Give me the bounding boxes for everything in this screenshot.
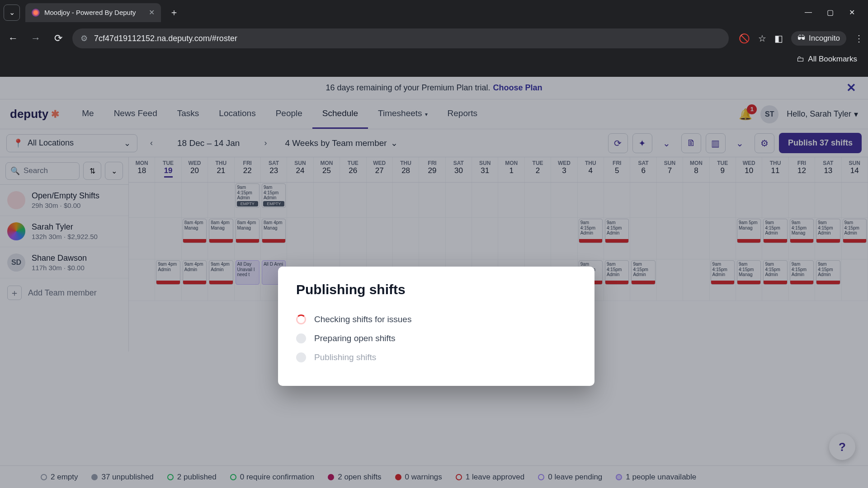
url-text: 7cf47d19112152.na.deputy.com/#roster [94, 34, 721, 43]
all-bookmarks-button[interactable]: 🗀 All Bookmarks [797, 55, 857, 64]
modal-step: Publishing shifts [296, 348, 576, 367]
circle-icon [296, 352, 306, 362]
address-bar-actions: 🚫 ☆ ◧ 🕶 Incognito ⋮ [739, 31, 863, 46]
app: 16 days remaining of your Premium Plan t… [0, 77, 868, 488]
incognito-indicator[interactable]: 🕶 Incognito [791, 31, 846, 46]
step-label: Preparing open shifts [314, 333, 396, 343]
back-button[interactable]: ← [5, 30, 22, 47]
bookmarks-bar: 🗀 All Bookmarks [0, 52, 868, 68]
minimize-button[interactable]: — [804, 8, 813, 17]
favicon-icon [32, 9, 40, 17]
new-tab-button[interactable]: ＋ [166, 5, 182, 20]
forward-button[interactable]: → [27, 30, 44, 47]
folder-icon: 🗀 [797, 55, 804, 64]
url-field[interactable]: ⚙ 7cf47d19112152.na.deputy.com/#roster [72, 28, 729, 48]
kebab-menu-icon[interactable]: ⋮ [854, 33, 863, 44]
modal-step: Preparing open shifts [296, 329, 576, 348]
address-bar: ← → ⟳ ⚙ 7cf47d19112152.na.deputy.com/#ro… [0, 25, 868, 52]
panel-icon[interactable]: ◧ [774, 33, 783, 44]
site-info-icon[interactable]: ⚙ [80, 33, 88, 43]
all-bookmarks-label: All Bookmarks [808, 55, 857, 64]
modal-title: Publishing shifts [296, 282, 576, 297]
browser-chrome: ⌄ Moodjoy - Powered By Deputy ✕ ＋ — ▢ ✕ … [0, 0, 868, 77]
circle-icon [296, 333, 306, 343]
close-icon[interactable]: ✕ [149, 8, 155, 17]
publishing-modal: Publishing shifts Checking shifts for is… [278, 267, 594, 386]
incognito-icon: 🕶 [797, 34, 805, 43]
modal-step: Checking shifts for issues [296, 310, 576, 329]
step-label: Checking shifts for issues [314, 314, 411, 324]
reload-button[interactable]: ⟳ [50, 30, 67, 47]
eye-off-icon[interactable]: 🚫 [739, 33, 750, 44]
browser-tab[interactable]: Moodjoy - Powered By Deputy ✕ [25, 3, 161, 22]
step-label: Publishing shifts [314, 352, 376, 362]
incognito-label: Incognito [809, 34, 840, 43]
window-controls: — ▢ ✕ [804, 8, 864, 17]
tab-bar: ⌄ Moodjoy - Powered By Deputy ✕ ＋ — ▢ ✕ [0, 0, 868, 25]
bookmark-star-icon[interactable]: ☆ [758, 33, 766, 44]
chevron-down-icon: ⌄ [9, 8, 15, 17]
tab-search-button[interactable]: ⌄ [4, 5, 20, 21]
close-window-button[interactable]: ✕ [847, 8, 856, 17]
maximize-button[interactable]: ▢ [826, 8, 835, 17]
tab-title: Moodjoy - Powered By Deputy [44, 9, 144, 16]
spinner-icon [296, 314, 306, 324]
